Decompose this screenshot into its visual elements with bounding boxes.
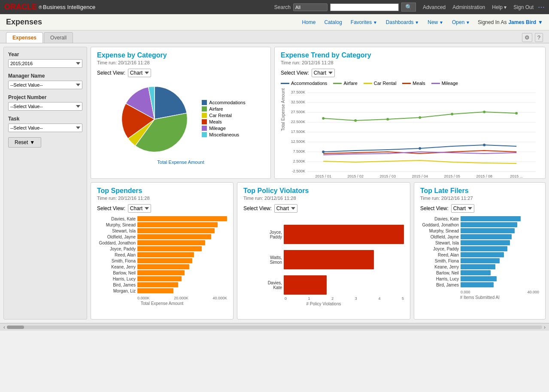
trend-legend-accommodations: Accommodations <box>281 81 327 86</box>
top-spender-row: Joyce, Paddy <box>97 246 227 251</box>
svg-text:2015 / 01: 2015 / 01 <box>315 174 331 178</box>
late-filer-row: Davies, Kate <box>420 216 539 221</box>
expense-by-category-view-select[interactable]: Chart <box>128 69 151 77</box>
tabs-bar: Expenses Overall ⚙ ? <box>0 30 549 43</box>
spender-bar <box>137 240 205 245</box>
scrollbar-thumb[interactable] <box>7 326 24 329</box>
svg-text:2015 / 08: 2015 / 08 <box>476 174 492 178</box>
svg-text:37.500K: 37.500K <box>291 90 305 94</box>
signed-in-name[interactable]: James Bird <box>508 19 536 25</box>
top-policy-view-label: Select View: <box>243 205 272 211</box>
favorites-link[interactable]: Favorites <box>347 18 381 27</box>
top-spenders-panel: Top Spenders Time run: 20/12/16 11:28 Se… <box>91 182 234 320</box>
tab-icons: ⚙ ? <box>522 33 543 42</box>
open-link[interactable]: Open <box>449 18 473 27</box>
spender-name: Goddard, Jonathon <box>97 241 136 245</box>
new-link[interactable]: New <box>424 18 447 27</box>
trend-chart-svg: 37.500K 32.500K 27.500K 22.500K 17.500K … <box>288 88 539 174</box>
legend-dot-accommodations <box>202 100 207 105</box>
year-select[interactable]: 2015;2016 <box>8 59 82 68</box>
policy-bar-2 <box>284 250 374 269</box>
late-filer-name: Barlow, Neil <box>420 271 459 275</box>
top-policy-view-select[interactable]: Chart <box>274 204 297 213</box>
late-filer-bar <box>461 234 512 239</box>
late-filer-bar <box>461 252 504 257</box>
task-select[interactable]: --Select Value-- <box>8 124 82 132</box>
dashboards-link[interactable]: Dashboards <box>382 18 422 27</box>
tab-overall[interactable]: Overall <box>44 32 73 43</box>
reset-button[interactable]: Reset ▼ <box>8 137 41 148</box>
top-spenders-view-selector: Select View: Chart <box>97 204 227 213</box>
late-filer-row: Keane, Jerry <box>420 264 539 269</box>
search-input[interactable] <box>330 3 399 11</box>
top-spenders-subtitle: Time run: 20/12/16 11:28 <box>97 196 227 201</box>
svg-text:2.500K: 2.500K <box>293 159 305 163</box>
project-select[interactable]: --Select Value-- <box>8 102 82 111</box>
top-spenders-footer: Total Expense Amount <box>97 301 227 306</box>
trend-legend-airfare: Airfare <box>333 81 357 86</box>
top-late-view-select[interactable]: Chart <box>451 204 474 213</box>
year-label: Year <box>8 51 82 57</box>
top-spenders-axis: 0.000K20.000K40.000K <box>97 296 227 300</box>
sign-out-link[interactable]: Sign Out <box>513 4 534 10</box>
task-label: Task <box>8 116 82 122</box>
manager-select[interactable]: --Select Value-- <box>8 81 82 89</box>
bi-text: Business Intelligence <box>43 4 95 10</box>
top-spenders-view-select[interactable]: Chart <box>128 204 151 213</box>
top-spenders-view-label: Select View: <box>97 205 125 211</box>
filter-sidebar: Year 2015;2016 Manager Name --Select Val… <box>3 47 87 320</box>
scroll-left-arrow[interactable]: ‹ <box>2 324 7 330</box>
spender-bar <box>137 246 202 251</box>
trend-legend-mileage: Mileage <box>431 81 458 86</box>
help-link[interactable]: Help ▾ <box>492 4 507 10</box>
late-filer-row: Stewart, Isla <box>420 240 539 245</box>
svg-text:2015 / 04: 2015 / 04 <box>412 174 428 178</box>
legend-miscellaneous: Miscellaneous <box>202 132 245 137</box>
late-filer-bar <box>461 282 494 287</box>
scroll-right-arrow[interactable]: › <box>542 324 547 330</box>
expense-trend-title: Expense Trend by Category <box>281 51 539 59</box>
top-nav-search: Search All 🔍 Advanced Administration Hel… <box>274 3 545 12</box>
charts-area: Expense by Category Time run: 20/12/16 1… <box>91 47 546 320</box>
top-late-title: Top Late Filers <box>420 187 539 195</box>
expense-trend-view-select[interactable]: Chart <box>312 69 335 77</box>
top-spenders-chart: Davies, KateMurphy, SineadStewart, IslaO… <box>97 216 227 294</box>
top-spender-row: Stewart, Isla <box>97 228 227 233</box>
signed-in-arrow[interactable]: ▼ <box>538 19 543 25</box>
expense-by-category-footer[interactable]: Total Expense Amount <box>97 160 264 165</box>
svg-point-28 <box>419 116 421 119</box>
y-axis-label: Total Expense Amount <box>281 88 288 136</box>
legend-dot-meals <box>202 119 207 124</box>
policy-row-3: Davies,Kate <box>243 275 404 295</box>
spender-bar <box>137 258 192 263</box>
spender-bar <box>137 270 185 275</box>
task-filter-group: Task --Select Value-- <box>8 116 82 132</box>
catalog-link[interactable]: Catalog <box>321 18 345 27</box>
spender-name: Oldfield, Jayne <box>97 235 136 239</box>
expense-by-category-view-selector: Select View: Chart <box>97 69 264 77</box>
administration-link[interactable]: Administration <box>452 4 485 10</box>
legend-label-mileage: Mileage <box>209 126 226 131</box>
legend-label-miscellaneous: Miscellaneous <box>209 132 239 137</box>
more-options-icon[interactable]: ⋯ <box>538 3 545 11</box>
spender-name: Morgan, Liz <box>97 289 136 293</box>
advanced-link[interactable]: Advanced <box>423 4 446 10</box>
search-button[interactable]: 🔍 <box>401 3 416 12</box>
help-icon-btn[interactable]: ? <box>535 33 543 42</box>
top-spender-row: Smith, Fiona <box>97 258 227 263</box>
home-link[interactable]: Home <box>298 18 319 27</box>
tab-expenses[interactable]: Expenses <box>6 32 43 43</box>
trend-legend-car-rental: Car Rental <box>364 81 397 86</box>
year-filter-group: Year 2015;2016 <box>8 51 82 68</box>
top-spender-row: Goddard, Jonathon <box>97 240 227 245</box>
policy-row-2: Watts,Simon <box>243 250 404 269</box>
top-late-footer: # Items Submitted Al <box>420 295 539 300</box>
spender-name: Keane, Jerry <box>97 265 136 269</box>
search-scope-select[interactable]: All <box>293 3 328 11</box>
legend-dot-miscellaneous <box>202 132 207 137</box>
scrollbar-track[interactable] <box>7 326 542 329</box>
expense-by-category-subtitle: Time run: 20/12/16 11:28 <box>97 60 264 65</box>
late-filer-bar <box>461 222 517 227</box>
svg-point-31 <box>515 112 518 115</box>
settings-icon-btn[interactable]: ⚙ <box>522 33 532 42</box>
